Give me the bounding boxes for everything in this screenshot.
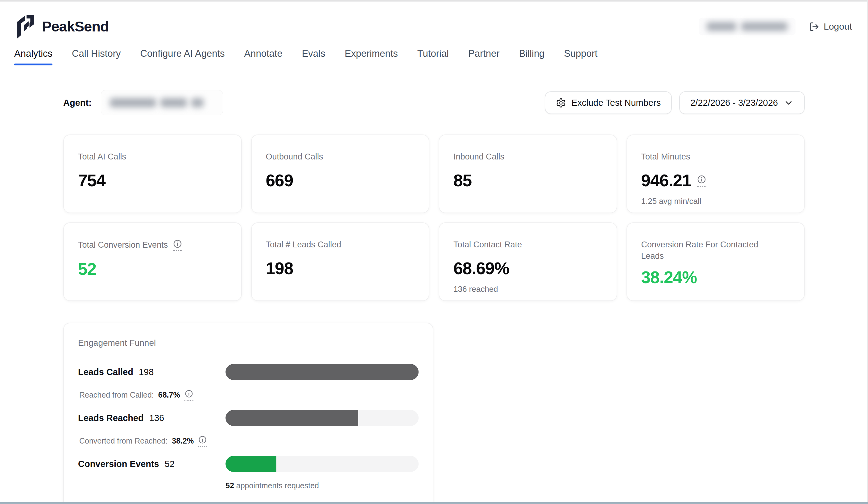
info-icon[interactable] xyxy=(697,175,706,187)
tab-experiments[interactable]: Experiments xyxy=(344,48,397,70)
stat-value: 198 xyxy=(266,258,293,278)
redacted-agent-value xyxy=(110,98,156,107)
exclude-test-numbers-button[interactable]: Exclude Test Numbers xyxy=(545,91,672,114)
funnel-bar-fill xyxy=(226,364,418,380)
stat-label: Total AI Calls xyxy=(78,151,227,163)
funnel-sub-label: Reached from Called: xyxy=(79,391,154,399)
funnel-note-text: appointments requested xyxy=(236,481,319,490)
brand-name: PeakSend xyxy=(42,18,109,35)
date-range-label: 2/22/2026 - 3/23/2026 xyxy=(690,98,778,108)
stat-card-inbound-calls: Inbound Calls 85 xyxy=(438,134,617,213)
tab-tutorial[interactable]: Tutorial xyxy=(417,48,449,70)
stat-label: Total Contact Rate xyxy=(453,239,602,250)
funnel-row-leads-called: Leads Called 198 xyxy=(78,364,418,380)
stat-value: 85 xyxy=(453,171,472,190)
stat-label: Outbound Calls xyxy=(266,151,415,163)
stat-card-total-minutes: Total Minutes 946.21 1.25 avg min/call xyxy=(627,134,805,213)
funnel-bar xyxy=(226,410,418,426)
header: PeakSend Logout xyxy=(0,0,868,40)
brand-logo: PeakSend xyxy=(15,13,109,40)
stat-subtitle: 1.25 avg min/call xyxy=(641,196,790,206)
funnel-note: 52 appointments requested xyxy=(226,481,418,490)
funnel-note-value: 52 xyxy=(226,481,234,490)
redacted-agent-value xyxy=(161,98,187,107)
stat-value: 946.21 xyxy=(641,171,691,190)
funnel-title: Engagement Funnel xyxy=(78,338,418,348)
stat-label: Inbound Calls xyxy=(453,151,602,163)
gear-icon xyxy=(556,98,566,108)
redacted-text-blob xyxy=(707,22,736,31)
active-tab-underline xyxy=(14,63,52,65)
stat-value: 669 xyxy=(266,171,293,190)
funnel-row-conversion-events: Conversion Events 52 xyxy=(78,456,418,472)
agent-select[interactable] xyxy=(101,90,223,115)
stat-value: 754 xyxy=(78,171,105,190)
stat-value: 38.24% xyxy=(641,267,697,287)
info-icon[interactable] xyxy=(173,239,182,251)
funnel-row-label: Leads Called xyxy=(78,367,133,377)
analytics-dashboard-page: { "theme": { "accent": "#2563eb", "green… xyxy=(0,0,868,504)
chevron-down-icon xyxy=(784,98,794,108)
funnel-row-leads-reached: Leads Reached 136 xyxy=(78,410,418,426)
logout-icon xyxy=(809,22,819,32)
stat-card-total-ai-calls: Total AI Calls 754 xyxy=(63,134,242,213)
engagement-funnel-card: Engagement Funnel Leads Called 198 Reach… xyxy=(63,323,433,504)
funnel-row-value: 52 xyxy=(165,459,175,469)
toolbar: Agent: Exclude Test Numbers 2/22/2026 - … xyxy=(63,90,805,115)
stat-card-outbound-calls: Outbound Calls 669 xyxy=(251,134,430,213)
funnel-bar xyxy=(226,456,418,472)
stat-card-total-leads-called: Total # Leads Called 198 xyxy=(251,223,430,301)
redacted-text-blob xyxy=(741,22,787,31)
funnel-sub-value: 68.7% xyxy=(158,391,180,399)
funnel-sub-reached-from-called: Reached from Called: 68.7% xyxy=(79,389,418,401)
funnel-sub-converted-from-reached: Converted from Reached: 38.2% xyxy=(79,435,418,446)
tab-support[interactable]: Support xyxy=(564,48,598,70)
header-right: Logout xyxy=(699,18,852,35)
info-icon[interactable] xyxy=(198,435,207,446)
toolbar-actions: Exclude Test Numbers 2/22/2026 - 3/23/20… xyxy=(545,91,805,114)
stats-grid: Total AI Calls 754 Outbound Calls 669 In… xyxy=(63,134,805,301)
funnel-row-value: 136 xyxy=(149,413,164,423)
funnel-sub-value: 38.2% xyxy=(172,436,194,445)
exclude-test-numbers-label: Exclude Test Numbers xyxy=(571,98,661,108)
stat-label: Total Minutes xyxy=(641,151,790,163)
nav-tabs: Analytics Call History Configure AI Agen… xyxy=(14,48,868,70)
funnel-bar-fill xyxy=(226,456,276,472)
agent-filter: Agent: xyxy=(63,90,223,115)
info-icon[interactable] xyxy=(185,389,193,401)
logout-button[interactable]: Logout xyxy=(809,21,852,32)
redacted-agent-value xyxy=(191,98,204,107)
agent-label: Agent: xyxy=(63,98,92,108)
stat-label: Total # Leads Called xyxy=(266,239,415,250)
stat-value: 68.69% xyxy=(453,258,509,278)
peaksend-logo-icon xyxy=(15,13,36,40)
tab-evals[interactable]: Evals xyxy=(302,48,326,70)
tab-analytics[interactable]: Analytics xyxy=(14,48,52,70)
date-range-button[interactable]: 2/22/2026 - 3/23/2026 xyxy=(679,91,805,114)
logout-label: Logout xyxy=(824,21,852,32)
stat-label: Total Conversion Events xyxy=(78,239,168,251)
stat-label: Conversion Rate For Contacted Leads xyxy=(641,239,774,262)
tab-partner[interactable]: Partner xyxy=(468,48,500,70)
window-top-edge xyxy=(0,0,868,1)
funnel-row-label: Conversion Events xyxy=(78,459,159,469)
stat-card-total-conversion-events: Total Conversion Events 52 xyxy=(63,223,242,301)
stat-subtitle: 136 reached xyxy=(453,285,602,294)
tab-annotate[interactable]: Annotate xyxy=(244,48,282,70)
stat-value: 52 xyxy=(78,259,96,279)
funnel-row-label: Leads Reached xyxy=(78,413,144,423)
stat-card-conversion-rate-contacted: Conversion Rate For Contacted Leads 38.2… xyxy=(627,223,805,301)
tab-call-history[interactable]: Call History xyxy=(72,48,121,70)
funnel-sub-label: Converted from Reached: xyxy=(79,436,167,445)
tab-billing[interactable]: Billing xyxy=(519,48,545,70)
stat-card-total-contact-rate: Total Contact Rate 68.69% 136 reached xyxy=(438,223,617,301)
window-bottom-edge xyxy=(0,502,868,504)
funnel-row-value: 198 xyxy=(139,367,154,377)
funnel-bar-fill xyxy=(226,410,358,426)
funnel-bar xyxy=(226,364,418,380)
tab-configure-ai-agents[interactable]: Configure AI Agents xyxy=(140,48,225,70)
account-name-redacted xyxy=(699,18,796,35)
